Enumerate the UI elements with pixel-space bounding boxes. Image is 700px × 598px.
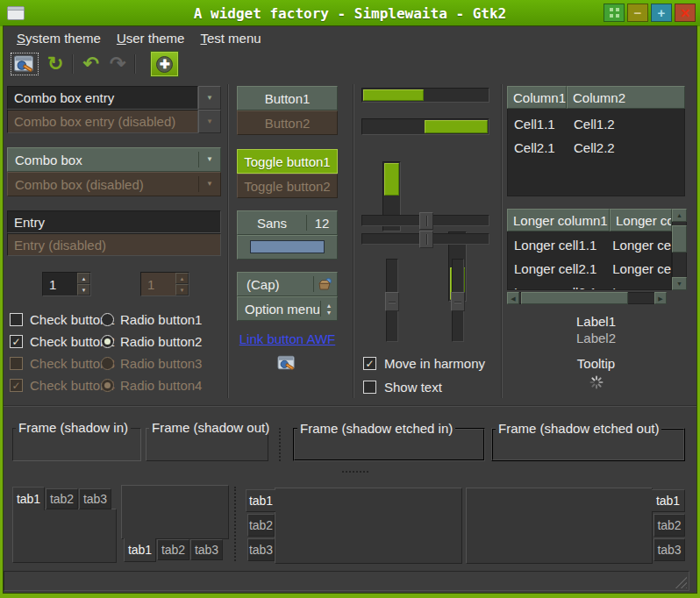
checkbox[interactable]: ✓	[363, 357, 376, 370]
vertical-scale-1[interactable]	[386, 259, 398, 342]
up-down-arrows-icon: ▲ ▼	[321, 303, 337, 316]
font-size: 12	[307, 216, 337, 231]
statusbar	[4, 571, 689, 591]
tree1-header-column1[interactable]: Column1	[507, 86, 567, 109]
radio-button[interactable]	[101, 313, 114, 326]
tree2-header-longer-column1[interactable]: Longer column1	[507, 209, 610, 231]
combo-text: Combo box	[8, 153, 198, 167]
cell: Longer cell1.1	[508, 238, 608, 253]
checkbox[interactable]: ✓	[10, 335, 23, 348]
table-row[interactable]: Longer cell1.1 Longer ce	[508, 233, 671, 257]
horizontal-scrollbar[interactable]: ◀ ▶	[507, 292, 667, 304]
entry-field[interactable]: Entry	[7, 210, 221, 233]
tree2-header-longer-column2[interactable]: Longer col	[610, 209, 672, 231]
scale-handle[interactable]	[385, 292, 399, 311]
scroll-left-button[interactable]: ◀	[507, 292, 519, 304]
tab-bottom-2[interactable]: tab2	[157, 539, 189, 560]
combo-box[interactable]: Combo box ▼	[7, 147, 221, 172]
table-row[interactable]: Longer cell2.1 Longer ce	[508, 257, 671, 281]
tab-bottom-3[interactable]: tab3	[190, 539, 223, 560]
tab-bottom-1[interactable]: tab1	[124, 538, 156, 562]
window-content: System theme User theme Test menu ↻ ↶ ↷ …	[4, 26, 696, 593]
spin-button[interactable]: 1 ▲ ▼	[42, 272, 91, 296]
scrollbar-thumb[interactable]	[521, 292, 628, 304]
tab-left-3[interactable]: tab3	[247, 538, 275, 561]
checkbox[interactable]	[363, 381, 376, 394]
handle-mark	[454, 302, 461, 303]
tab-left-1[interactable]: tab1	[246, 489, 275, 512]
minimize-button[interactable]: −	[627, 4, 648, 22]
spin-up-button[interactable]: ▲	[77, 273, 90, 284]
maximize-button[interactable]: +	[651, 4, 672, 22]
link-button-awf[interactable]: Link button AWF	[239, 331, 336, 346]
window-title: A widget factory - Simplewaita - Gtk2	[0, 5, 700, 22]
add-button[interactable]: ✚	[150, 51, 179, 77]
scroll-up-button[interactable]: ▲	[672, 209, 687, 222]
tab-top-3[interactable]: tab3	[79, 488, 111, 509]
menu-label: est menu	[207, 31, 261, 46]
redo-icon: ↷	[110, 54, 125, 74]
entry-field-disabled: Entry (disabled)	[7, 233, 221, 256]
font-button[interactable]: Sans 12	[237, 210, 338, 235]
table-row-partial[interactable]: Longer cell3.1 Longer ce	[508, 281, 671, 290]
tab-left-2[interactable]: tab2	[247, 514, 275, 537]
spin-up-button: ▲	[175, 273, 189, 284]
table-row[interactable]: Cell2.1 Cell2.2	[508, 136, 684, 160]
tab-right-3[interactable]: tab3	[654, 538, 685, 561]
tab-right-2[interactable]: tab2	[654, 514, 685, 537]
scroll-right-button[interactable]: ▶	[654, 292, 667, 304]
toggle-button2-disabled: Toggle button2	[237, 174, 338, 198]
progress-bar-right	[361, 118, 489, 135]
tab-right-1[interactable]: tab1	[652, 489, 685, 512]
column-separator	[227, 84, 229, 398]
shade-button[interactable]	[604, 4, 625, 22]
horizontal-scale-1[interactable]	[361, 212, 489, 230]
checkbox[interactable]	[10, 313, 23, 326]
titlebar: A widget factory - Simplewaita - Gtk2 − …	[0, 0, 700, 26]
button-divider	[313, 276, 314, 292]
radio-button[interactable]	[101, 335, 114, 348]
dotted-separator	[234, 487, 236, 561]
color-button[interactable]	[237, 235, 338, 260]
scale-handle[interactable]	[451, 292, 465, 311]
horizontal-scale-2[interactable]	[361, 231, 489, 248]
scale-handle[interactable]	[419, 231, 433, 248]
cell: Cell2.2	[566, 140, 615, 155]
toolbar-app-button[interactable]	[11, 53, 39, 75]
scale-handle[interactable]	[419, 212, 433, 230]
table-row[interactable]: Cell1.1 Cell1.2	[508, 112, 684, 136]
combo-box-entry[interactable]: Combo box entry	[7, 86, 198, 110]
menu-user-theme[interactable]: User theme	[109, 28, 193, 48]
spin-down-button[interactable]: ▼	[77, 284, 90, 295]
button1[interactable]: Button1	[237, 86, 338, 110]
app-image-button[interactable]	[277, 354, 296, 374]
vertical-scale-2[interactable]	[452, 259, 464, 342]
resize-grip[interactable]	[674, 575, 687, 588]
scrollbar-thumb[interactable]	[672, 225, 687, 253]
tab-top-2[interactable]: tab2	[46, 488, 78, 509]
combo-text: Combo box (disabled)	[8, 177, 198, 192]
frame-shadow-out: Frame (shadow out)	[146, 428, 268, 461]
frame-label: Frame (shadow out)	[149, 420, 272, 435]
notebook-top-content	[12, 509, 117, 563]
combo-box-entry-arrow-button[interactable]: ▼	[198, 86, 221, 110]
entry-text: Entry (disabled)	[14, 238, 106, 253]
option-menu[interactable]: Option menu ▲ ▼	[237, 296, 338, 321]
checkbox-label: Show text	[384, 380, 442, 395]
refresh-icon[interactable]: ↻	[47, 54, 63, 74]
scroll-down-button[interactable]: ▼	[672, 277, 687, 290]
undo-icon[interactable]: ↶	[82, 54, 98, 74]
tab-top-1[interactable]: tab1	[12, 487, 45, 510]
menu-test-menu[interactable]: Test menu	[192, 28, 268, 48]
progress-fill	[363, 89, 424, 101]
progress-bar-left	[361, 88, 489, 103]
close-button[interactable]: ✕	[675, 4, 696, 22]
checkbox	[10, 357, 23, 370]
cap-file-button[interactable]: (Cap)	[237, 272, 338, 296]
entry-text: Entry	[14, 215, 45, 230]
menu-system-theme[interactable]: System theme	[9, 28, 109, 48]
toggle-button1[interactable]: Toggle button1	[237, 149, 338, 174]
vertical-scrollbar[interactable]: ▲ ▼	[672, 209, 687, 290]
tree1-header-column2[interactable]: Column2	[567, 86, 685, 109]
frame-shadow-etched-out: Frame (shadow etched out)	[491, 428, 685, 461]
